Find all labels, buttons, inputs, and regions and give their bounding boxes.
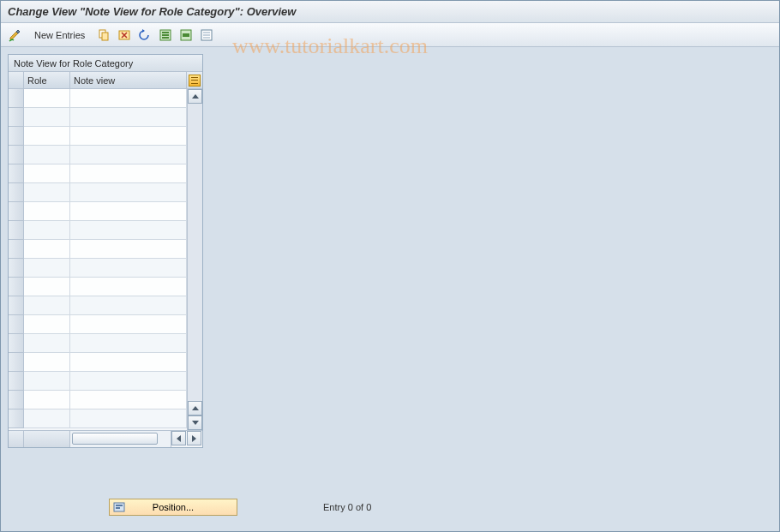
cell-note-view[interactable] bbox=[70, 183, 187, 202]
delete-button[interactable] bbox=[115, 27, 134, 44]
deselect-all-button[interactable] bbox=[197, 27, 216, 44]
role-input[interactable] bbox=[27, 146, 67, 164]
scroll-left-button[interactable] bbox=[171, 431, 186, 445]
copy-button[interactable] bbox=[94, 27, 113, 44]
row-selector[interactable] bbox=[9, 259, 24, 278]
cell-note-view[interactable] bbox=[70, 164, 187, 183]
row-selector[interactable] bbox=[9, 278, 24, 296]
scroll-down-step-button[interactable] bbox=[188, 401, 202, 415]
cell-note-view[interactable] bbox=[70, 127, 187, 146]
column-header-note-view[interactable]: Note view bbox=[70, 72, 187, 89]
row-selector[interactable] bbox=[9, 296, 24, 315]
role-input[interactable] bbox=[27, 89, 67, 107]
note-view-input[interactable] bbox=[73, 164, 183, 182]
note-view-input[interactable] bbox=[73, 278, 183, 296]
cell-note-view[interactable] bbox=[70, 372, 187, 391]
cell-note-view[interactable] bbox=[70, 296, 187, 315]
cell-role[interactable] bbox=[24, 409, 70, 428]
note-view-input[interactable] bbox=[73, 259, 183, 277]
cell-role[interactable] bbox=[24, 164, 70, 183]
vertical-scrollbar[interactable] bbox=[187, 89, 202, 430]
select-all-button[interactable] bbox=[156, 27, 175, 44]
role-input[interactable] bbox=[27, 240, 67, 258]
cell-note-view[interactable] bbox=[70, 240, 187, 259]
row-selector[interactable] bbox=[9, 372, 24, 391]
cell-note-view[interactable] bbox=[70, 391, 187, 409]
note-view-input[interactable] bbox=[73, 127, 183, 145]
row-selector[interactable] bbox=[9, 240, 24, 259]
cell-role[interactable] bbox=[24, 296, 70, 315]
note-view-input[interactable] bbox=[73, 315, 183, 333]
cell-role[interactable] bbox=[24, 202, 70, 221]
cell-role[interactable] bbox=[24, 127, 70, 146]
scroll-up-button[interactable] bbox=[188, 89, 202, 104]
cell-role[interactable] bbox=[24, 259, 70, 278]
cell-note-view[interactable] bbox=[70, 146, 187, 164]
cell-note-view[interactable] bbox=[70, 334, 187, 353]
cell-role[interactable] bbox=[24, 372, 70, 391]
note-view-input[interactable] bbox=[73, 183, 183, 201]
cell-note-view[interactable] bbox=[70, 108, 187, 127]
undo-button[interactable] bbox=[135, 27, 154, 44]
horizontal-scrollbar[interactable] bbox=[9, 430, 202, 447]
role-input[interactable] bbox=[27, 278, 67, 296]
note-view-input[interactable] bbox=[73, 409, 183, 427]
role-input[interactable] bbox=[27, 127, 67, 145]
row-selector[interactable] bbox=[9, 146, 24, 164]
cell-role[interactable] bbox=[24, 278, 70, 296]
role-input[interactable] bbox=[27, 221, 67, 239]
row-selector[interactable] bbox=[9, 353, 24, 372]
note-view-input[interactable] bbox=[73, 221, 183, 239]
note-view-input[interactable] bbox=[73, 108, 183, 126]
scroll-track-vertical[interactable] bbox=[188, 104, 202, 401]
note-view-input[interactable] bbox=[73, 146, 183, 164]
table-config-header[interactable] bbox=[187, 72, 202, 89]
scroll-track-horizontal[interactable] bbox=[70, 431, 171, 447]
row-selector[interactable] bbox=[9, 89, 24, 108]
cell-role[interactable] bbox=[24, 315, 70, 334]
cell-note-view[interactable] bbox=[70, 221, 187, 240]
scroll-down-button[interactable] bbox=[188, 415, 202, 430]
cell-role[interactable] bbox=[24, 334, 70, 353]
note-view-input[interactable] bbox=[73, 202, 183, 220]
note-view-input[interactable] bbox=[73, 296, 183, 314]
cell-note-view[interactable] bbox=[70, 315, 187, 334]
cell-role[interactable] bbox=[24, 353, 70, 372]
cell-note-view[interactable] bbox=[70, 353, 187, 372]
note-view-input[interactable] bbox=[73, 391, 183, 409]
hscroll-thumb[interactable] bbox=[72, 433, 158, 445]
cell-role[interactable] bbox=[24, 89, 70, 108]
role-input[interactable] bbox=[27, 334, 67, 352]
role-input[interactable] bbox=[27, 259, 67, 277]
row-selector[interactable] bbox=[9, 164, 24, 183]
row-selector[interactable] bbox=[9, 409, 24, 428]
role-input[interactable] bbox=[27, 164, 67, 182]
select-block-button[interactable] bbox=[177, 27, 195, 44]
cell-note-view[interactable] bbox=[70, 259, 187, 278]
position-button[interactable]: Position... bbox=[109, 499, 237, 516]
role-input[interactable] bbox=[27, 183, 67, 201]
cell-role[interactable] bbox=[24, 221, 70, 240]
note-view-input[interactable] bbox=[73, 89, 183, 107]
note-view-input[interactable] bbox=[73, 240, 183, 258]
note-view-input[interactable] bbox=[73, 334, 183, 352]
cell-role[interactable] bbox=[24, 108, 70, 127]
role-input[interactable] bbox=[27, 202, 67, 220]
note-view-input[interactable] bbox=[73, 353, 183, 371]
cell-role[interactable] bbox=[24, 146, 70, 164]
cell-note-view[interactable] bbox=[70, 409, 187, 428]
row-selector[interactable] bbox=[9, 202, 24, 221]
row-selector[interactable] bbox=[9, 127, 24, 146]
role-input[interactable] bbox=[27, 108, 67, 126]
note-view-input[interactable] bbox=[73, 372, 183, 390]
row-selector[interactable] bbox=[9, 183, 24, 202]
row-selector[interactable] bbox=[9, 391, 24, 409]
cell-note-view[interactable] bbox=[70, 89, 187, 108]
cell-note-view[interactable] bbox=[70, 278, 187, 296]
scroll-right-button[interactable] bbox=[187, 431, 201, 445]
row-selector[interactable] bbox=[9, 221, 24, 240]
role-input[interactable] bbox=[27, 409, 67, 427]
new-entries-button[interactable]: New Entries bbox=[27, 27, 93, 44]
row-selector[interactable] bbox=[9, 334, 24, 353]
cell-role[interactable] bbox=[24, 240, 70, 259]
